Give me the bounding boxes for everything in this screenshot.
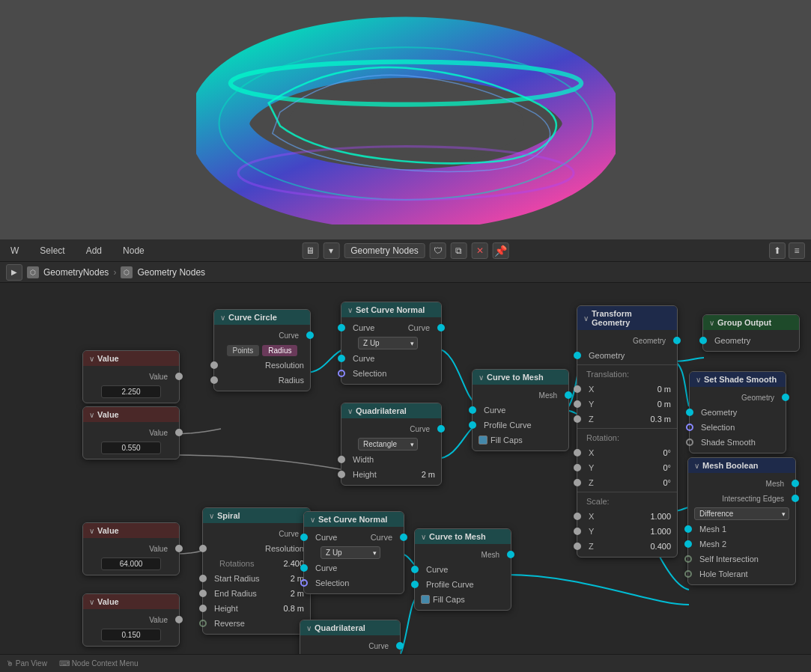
value4-input[interactable]	[101, 629, 161, 641]
cc-resolution-socket[interactable]	[210, 361, 218, 369]
mb-hole-socket[interactable]	[684, 570, 692, 578]
tg-ty-socket[interactable]	[574, 400, 581, 408]
collapse-arrow[interactable]: ∨	[347, 407, 353, 415]
viewport-3d[interactable]	[0, 0, 811, 239]
scn-top-curve2-in[interactable]	[338, 355, 345, 362]
quad-top-rect-dropdown[interactable]: Rectangle	[358, 438, 418, 450]
tg-sy-socket[interactable]	[574, 528, 581, 535]
scn-top-header[interactable]: ∨ Set Curve Normal	[341, 302, 441, 317]
menu-select[interactable]: Select	[35, 242, 69, 259]
mb-mesh2-socket[interactable]	[684, 540, 692, 548]
collapse-arrow[interactable]: ∨	[310, 516, 315, 524]
menu-add[interactable]: Add	[82, 242, 106, 259]
scn-top-zup-dropdown[interactable]: Z Up	[358, 337, 418, 349]
value2-input[interactable]	[101, 442, 161, 454]
tg-ry-socket[interactable]	[574, 464, 581, 471]
quad-top-header[interactable]: ∨ Quadrilateral	[341, 403, 441, 418]
upload-icon[interactable]: ⬆	[769, 242, 786, 259]
collapse-arrow[interactable]: ∨	[479, 373, 484, 382]
collapse-arrow[interactable]: ∨	[709, 319, 714, 327]
mb-difference-dropdown[interactable]: Difference	[694, 507, 789, 520]
cc-points-tab[interactable]: Points	[227, 345, 260, 356]
collapse-arrow[interactable]: ∨	[306, 624, 312, 632]
spiral-rev-socket[interactable]	[199, 620, 207, 627]
scn-top-curve-out[interactable]	[437, 324, 445, 332]
value2-out-socket[interactable]	[175, 429, 183, 436]
ctm-bot-mesh-out[interactable]	[507, 551, 514, 558]
value-node-3-header[interactable]: ∨ Value	[83, 523, 179, 538]
scn-bot-curve-in[interactable]	[300, 534, 308, 541]
spiral-h-socket[interactable]	[199, 605, 207, 612]
ctm-bot-profile-socket[interactable]	[411, 581, 419, 588]
scn-bot-zup-dropdown[interactable]: Z Up	[321, 546, 380, 559]
ctm-top-profile-socket[interactable]	[469, 421, 476, 429]
collapse-arrow[interactable]: ∨	[209, 512, 214, 520]
value4-out-socket[interactable]	[175, 616, 183, 623]
menu-node[interactable]: Node	[118, 242, 149, 259]
shield-icon[interactable]: 🛡	[430, 242, 446, 259]
close-icon[interactable]: ✕	[472, 242, 488, 259]
collapse-arrow[interactable]: ∨	[694, 462, 699, 470]
value1-out-socket[interactable]	[175, 373, 183, 380]
collapse-arrow[interactable]: ∨	[421, 533, 426, 541]
value-node-4-header[interactable]: ∨ Value	[83, 594, 179, 609]
quad-top-curve-out[interactable]	[437, 425, 445, 433]
ctm-bot-fillcaps-check[interactable]	[421, 595, 430, 604]
collapse-arrow[interactable]: ∨	[583, 314, 589, 323]
collapse-arrow[interactable]: ∨	[220, 314, 225, 322]
spiral-sr-socket[interactable]	[199, 575, 207, 582]
sss-shade-socket[interactable]	[686, 439, 693, 446]
cc-radius-tab[interactable]: Radius	[262, 345, 297, 356]
tg-tx-socket[interactable]	[574, 385, 581, 393]
tg-geom-out[interactable]	[673, 337, 681, 344]
spiral-header[interactable]: ∨ Spiral	[203, 508, 310, 523]
tg-rx-socket[interactable]	[574, 449, 581, 456]
quad-bot-curve-out[interactable]	[396, 642, 404, 650]
ctm-top-mesh-out[interactable]	[565, 391, 572, 399]
scn-bot-header[interactable]: ∨ Set Curve Normal	[304, 512, 404, 527]
collapse-arrow[interactable]: ∨	[696, 376, 701, 384]
value-node-1-header[interactable]: ∨ Value	[83, 351, 179, 366]
value3-out-socket[interactable]	[175, 545, 183, 552]
cc-radius-socket[interactable]	[210, 376, 218, 384]
more-icon[interactable]: ≡	[789, 242, 805, 259]
spiral-res-socket[interactable]	[199, 545, 207, 552]
value1-input[interactable]	[101, 385, 161, 398]
scn-bot-curve2-in[interactable]	[300, 564, 308, 572]
tg-sz-socket[interactable]	[574, 543, 581, 550]
curve-circle-header[interactable]: ∨ Curve Circle	[214, 310, 310, 325]
collapse-arrow[interactable]: ∨	[89, 598, 94, 606]
sss-header[interactable]: ∨ Set Shade Smooth	[690, 372, 786, 387]
sss-sel-socket[interactable]	[686, 424, 693, 431]
value3-input[interactable]	[101, 558, 161, 570]
menu-w[interactable]: W	[6, 242, 23, 259]
ctm-top-header[interactable]: ∨ Curve to Mesh	[473, 370, 568, 385]
ctm-top-fillcaps-check[interactable]	[479, 436, 487, 445]
go-geom-socket[interactable]	[699, 337, 707, 344]
mb-header[interactable]: ∨ Mesh Boolean	[688, 458, 795, 473]
tg-geom-in[interactable]	[574, 352, 581, 359]
monitor-icon[interactable]: 🖥	[302, 242, 318, 259]
mb-intersecting-out[interactable]	[792, 495, 799, 502]
ctm-top-curve-socket[interactable]	[469, 406, 476, 414]
tg-tz-socket[interactable]	[574, 415, 581, 423]
quad-bot-header[interactable]: ∨ Quadrilateral	[300, 620, 400, 635]
expand-icon[interactable]: ▶	[6, 264, 22, 281]
node-editor[interactable]: ∨ Value Value ∨ Value Value	[0, 283, 811, 672]
tg-header[interactable]: ∨ Transform Geometry	[577, 306, 677, 330]
breadcrumb-child[interactable]: Geometry Nodes	[137, 267, 205, 278]
mb-mesh1-socket[interactable]	[684, 525, 692, 533]
collapse-arrow[interactable]: ∨	[89, 527, 94, 535]
tg-rz-socket[interactable]	[574, 479, 581, 486]
cc-curve-out[interactable]	[306, 332, 314, 339]
collapse-arrow[interactable]: ∨	[89, 355, 94, 363]
breadcrumb-root[interactable]: GeometryNodes	[43, 267, 109, 278]
scn-bot-sel-socket[interactable]	[300, 579, 308, 587]
sss-geom-out[interactable]	[782, 394, 789, 401]
scn-bot-curve-out[interactable]	[400, 534, 407, 541]
quad-top-h-socket[interactable]	[338, 471, 345, 478]
mb-self-socket[interactable]	[684, 555, 692, 563]
scn-top-curve-in[interactable]	[338, 324, 345, 332]
dropdown-icon[interactable]: ▾	[323, 242, 339, 259]
tg-sx-socket[interactable]	[574, 513, 581, 520]
